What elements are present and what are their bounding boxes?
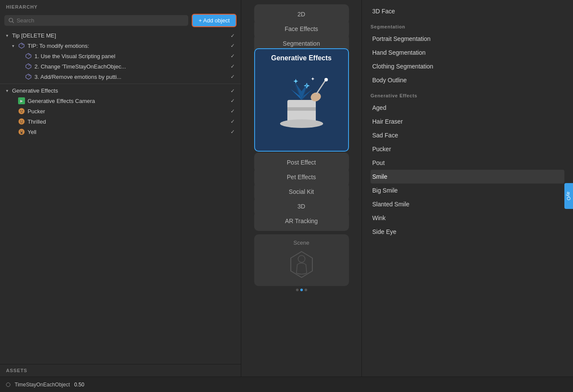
tree-item-yell[interactable]: Yell ✓ xyxy=(0,127,241,137)
tree-item-label: Thrilled xyxy=(28,118,230,125)
svg-point-14 xyxy=(20,121,21,121)
emotion-icon xyxy=(18,118,25,125)
checkmark: ✓ xyxy=(230,43,235,49)
scroll-dot-active xyxy=(300,289,303,291)
category-label: Social Kit xyxy=(289,188,314,195)
checkmark: ✓ xyxy=(230,53,235,59)
svg-marker-3 xyxy=(22,43,24,46)
cube-icon xyxy=(25,73,32,80)
right-item-sad-face[interactable]: Sad Face xyxy=(371,128,564,142)
right-item-wink[interactable]: Wink xyxy=(371,211,564,225)
assets-title: ASSETS xyxy=(0,364,241,376)
right-section-header-generative: Generative Effects xyxy=(371,93,564,98)
hierarchy-title: HIERARCHY xyxy=(0,0,241,12)
checkmark: ✓ xyxy=(230,118,235,124)
svg-point-0 xyxy=(9,18,13,22)
svg-point-17 xyxy=(20,131,21,132)
search-add-row: + Add object xyxy=(0,12,241,31)
emotion-icon xyxy=(18,128,25,135)
cube-icon xyxy=(18,42,25,49)
right-item-clothing-seg[interactable]: Clothing Segmentation xyxy=(371,59,564,73)
property-value: 0.50 xyxy=(74,382,84,388)
tree-item-label: Pucker xyxy=(28,108,230,115)
tree-item-tip-delete[interactable]: ▾ Tip [DELETE ME] ✓ xyxy=(0,31,241,40)
right-item-side-eye[interactable]: Side Eye xyxy=(371,225,564,239)
scene-card[interactable]: Scene xyxy=(254,234,349,286)
category-label: Segmentation xyxy=(283,40,320,47)
scene-label: Scene xyxy=(289,240,315,246)
checkmark: ✓ xyxy=(230,63,235,69)
emotion-icon xyxy=(18,108,25,115)
search-box[interactable] xyxy=(4,15,188,26)
svg-point-15 xyxy=(22,121,23,121)
tree-item-label: 3. Add/Remove emotions by putti... xyxy=(34,74,230,80)
right-edge-button[interactable]: ayO xyxy=(564,183,573,209)
right-item-portrait-seg[interactable]: Portrait Segmentation xyxy=(371,32,564,46)
bottom-bar: TimeStayOnEachObject 0.50 xyxy=(0,376,573,392)
arrow-icon: ▾ xyxy=(12,44,18,48)
category-label: 3D xyxy=(298,203,305,210)
checkmark: ✓ xyxy=(230,98,235,104)
scroll-dot xyxy=(305,289,307,291)
add-object-button[interactable]: + Add object xyxy=(192,14,237,27)
tree-item-label: Yell xyxy=(28,129,230,135)
tree-item-label: TIP: To modify emotions: xyxy=(28,43,230,49)
right-item-3d-face[interactable]: 3D Face xyxy=(371,4,564,18)
category-generative-effects-active[interactable]: Generative Effects xyxy=(254,48,349,152)
svg-point-11 xyxy=(20,110,21,111)
category-2d[interactable]: 2D xyxy=(254,4,349,24)
tree-item-label: Generative Effects xyxy=(12,87,230,94)
checkmark: ✓ xyxy=(230,129,235,135)
person-icon xyxy=(289,249,315,280)
checkmark: ✓ xyxy=(230,33,235,39)
svg-point-27 xyxy=(298,255,305,262)
svg-point-16 xyxy=(19,129,25,135)
magic-hat-illustration xyxy=(267,65,336,134)
right-section-header-segmentation: Segmentation xyxy=(371,24,564,29)
right-panel: 3D Face Segmentation Portrait Segmentati… xyxy=(362,0,573,376)
svg-point-10 xyxy=(19,108,25,114)
category-post-effect[interactable]: Post Effect xyxy=(254,152,349,172)
svg-point-18 xyxy=(22,131,23,132)
tree-item-label: Generative Effects Camera xyxy=(28,98,230,104)
tree-area: ▾ Tip [DELETE ME] ✓ ▾ TIP: To modify emo… xyxy=(0,31,241,364)
tree-item-label: Tip [DELETE ME] xyxy=(12,32,230,39)
right-item-slanted-smile[interactable]: Slanted Smile xyxy=(371,197,564,211)
svg-line-24 xyxy=(317,81,325,93)
right-item-pucker[interactable]: Pucker xyxy=(371,142,564,156)
tree-item-generative-effects[interactable]: ▾ Generative Effects ✓ xyxy=(0,86,241,96)
tree-item-label: 1. Use the Visual Scripting panel xyxy=(34,53,230,59)
dot-indicator xyxy=(6,383,10,387)
right-item-aged[interactable]: Aged xyxy=(371,101,564,115)
right-item-hand-seg[interactable]: Hand Segmentation xyxy=(371,46,564,59)
tree-item-tip-modify[interactable]: ▾ TIP: To modify emotions: ✓ xyxy=(0,40,241,51)
arrow-icon: ▾ xyxy=(6,33,12,38)
svg-rect-22 xyxy=(287,107,316,111)
tree-item-thrilled[interactable]: Thrilled ✓ xyxy=(0,116,241,127)
tree-item-tip-2[interactable]: 2. Change 'TimeStayOnEachObjec... ✓ xyxy=(0,61,241,72)
tree-item-label: 2. Change 'TimeStayOnEachObjec... xyxy=(34,63,230,70)
svg-point-25 xyxy=(324,78,328,81)
right-item-hair-eraser[interactable]: Hair Eraser xyxy=(371,115,564,128)
tree-item-gen-camera[interactable]: ▶ Generative Effects Camera ✓ xyxy=(0,96,241,106)
right-item-big-smile[interactable]: Big Smile xyxy=(371,184,564,197)
right-item-pout[interactable]: Pout xyxy=(371,156,564,170)
svg-point-12 xyxy=(22,110,23,111)
search-icon xyxy=(9,18,14,23)
cube-icon xyxy=(25,63,32,70)
tree-item-pucker[interactable]: Pucker ✓ xyxy=(0,106,241,116)
camera-icon: ▶ xyxy=(18,97,25,104)
checkmark: ✓ xyxy=(230,108,235,114)
checkmark: ✓ xyxy=(230,74,235,80)
right-item-body-outline[interactable]: Body Outline xyxy=(371,73,564,87)
tree-item-tip-3[interactable]: 3. Add/Remove emotions by putti... ✓ xyxy=(0,72,241,82)
left-panel: HIERARCHY + Add object ▾ Tip [DELETE ME]… xyxy=(0,0,241,376)
svg-line-1 xyxy=(12,22,14,23)
scroll-dots xyxy=(296,289,307,291)
center-panel: 2D Face Effects Segmentation Generative … xyxy=(241,0,362,376)
tree-item-tip-1[interactable]: 1. Use the Visual Scripting panel ✓ xyxy=(0,51,241,61)
right-item-smile[interactable]: Smile xyxy=(371,170,564,184)
svg-point-21 xyxy=(280,119,323,128)
search-input[interactable] xyxy=(16,17,184,24)
divider xyxy=(0,84,241,84)
